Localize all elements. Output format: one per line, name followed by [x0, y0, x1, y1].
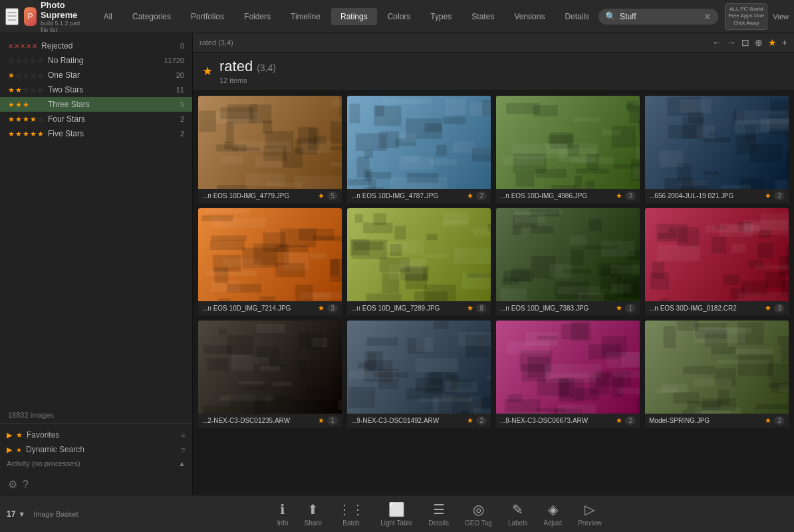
- sidebar-item-favorites[interactable]: ▶ ★ Favorites ≡: [0, 428, 192, 442]
- details-label: Details: [428, 519, 449, 527]
- filled-star-icon: ★: [23, 100, 29, 109]
- photo-star-icon: ★: [616, 192, 622, 200]
- photo-item[interactable]: ...n EOS 10D_IMG_7289.JPG★8: [347, 208, 491, 315]
- filled-star-icon: ★: [15, 86, 22, 94]
- rating-count: 11: [176, 86, 184, 94]
- nav-tab-all[interactable]: All: [94, 8, 122, 25]
- basket-info[interactable]: 17 ▼: [7, 509, 25, 519]
- bottom-tool-labels[interactable]: ✎Labels: [500, 501, 535, 527]
- dynamic-search-menu-icon[interactable]: ≡: [182, 446, 186, 454]
- search-box[interactable]: 🔍 ✕: [598, 9, 718, 25]
- photo-item[interactable]: ...n EOS 30D-IMG_0182.CR2★3: [645, 208, 789, 315]
- rated-header: ★ rated (3,4) 12 items: [193, 53, 794, 90]
- filter-button[interactable]: ⊡: [741, 37, 749, 48]
- star-filter-button[interactable]: ★: [768, 37, 777, 48]
- view-button[interactable]: View: [773, 13, 789, 21]
- bottom-tool-info[interactable]: ℹInfo: [269, 501, 297, 527]
- share-icon: ⬆: [307, 501, 319, 517]
- basket-label: Image Basket: [33, 510, 78, 518]
- filled-star-icon: ★: [8, 86, 15, 94]
- help-icon[interactable]: ?: [23, 479, 29, 491]
- bottom-tool-details[interactable]: ☰Details: [420, 501, 457, 527]
- rating-item-four-stars[interactable]: ★★★★☆Four Stars2: [0, 112, 192, 126]
- bottom-tool-light-table[interactable]: ⬜Light Table: [372, 501, 420, 527]
- photo-star-icon: ★: [616, 304, 622, 313]
- add-button[interactable]: +: [782, 37, 787, 48]
- photo-label: ...n EOS 10D-IMG_4787.JPG★2: [347, 189, 491, 203]
- photo-name: ...n EOS 30D-IMG_0182.CR2: [649, 305, 762, 312]
- rated-title-block: rated (3,4) 12 items: [219, 58, 276, 84]
- photo-thumbnail: [347, 208, 491, 301]
- favorites-menu-icon[interactable]: ≡: [182, 431, 186, 439]
- forward-button[interactable]: →: [727, 37, 736, 48]
- back-button[interactable]: ←: [712, 37, 722, 48]
- nav-tab-colors[interactable]: Colors: [378, 8, 420, 25]
- photo-rating-number: 2: [625, 416, 636, 425]
- nav-tab-states[interactable]: States: [462, 8, 503, 25]
- favorites-icon: ▶: [7, 431, 12, 440]
- photo-rating-number: 8: [476, 304, 487, 313]
- ad-banner: ALL PC World Free Apps One Click Away: [725, 3, 767, 30]
- nav-tab-versions[interactable]: Versions: [505, 8, 554, 25]
- photo-label: ...8-NEX-C3-DSC06673.ARW★2: [496, 414, 640, 428]
- basket-expand-icon[interactable]: ▼: [18, 510, 25, 518]
- photo-thumbnail: [198, 321, 342, 414]
- rating-item-one-star[interactable]: ★☆☆☆☆One Star20: [0, 68, 192, 82]
- photo-item[interactable]: ...9-NEX-C3-DSC01492.ARW★2: [347, 321, 491, 428]
- photo-rating-number: 1: [327, 416, 338, 425]
- empty-star-icon: ☆: [37, 57, 44, 65]
- nav-tab-timeline[interactable]: Timeline: [281, 8, 330, 25]
- rating-item-five-stars[interactable]: ★★★★★Five Stars2: [0, 126, 192, 141]
- sidebar-item-dynamic-search[interactable]: ▶ ★ Dynamic Search ≡: [0, 442, 192, 457]
- rating-item-three-stars[interactable]: ★★★☆☆Three Stars5: [0, 97, 192, 112]
- filled-star-icon: ★: [8, 71, 15, 80]
- bottom-tool-adjust[interactable]: ◈Adjust: [535, 501, 570, 527]
- photo-item[interactable]: ...n EOS 10D_IMG_7383.JPG★1: [496, 208, 640, 315]
- nav-tab-types[interactable]: Types: [421, 8, 461, 25]
- rating-item-rejected[interactable]: ✕✕✕✕✕Rejected0: [0, 39, 192, 53]
- ad-banner-text: ALL PC World Free Apps One Click Away: [726, 6, 767, 27]
- rating-count: 0: [180, 42, 184, 50]
- settings-icon[interactable]: ⚙: [8, 478, 17, 491]
- bottom-tool-share[interactable]: ⬆Share: [296, 501, 330, 527]
- bottom-tool-geo-tag[interactable]: ◎GEO Tag: [457, 501, 500, 527]
- photo-thumbnail: [645, 96, 789, 189]
- nav-tab-folders[interactable]: Folders: [235, 8, 280, 25]
- photo-item[interactable]: ...n EOS 10D-IMG_4779.JPG★5: [198, 96, 342, 203]
- hamburger-button[interactable]: ☰: [5, 8, 19, 25]
- rating-count: 5: [180, 100, 184, 108]
- dynamic-search-label: Dynamic Search: [26, 445, 178, 454]
- filled-star-icon: ★: [23, 130, 29, 138]
- bottom-tool-preview[interactable]: ▷Preview: [570, 501, 610, 527]
- nav-tab-details[interactable]: Details: [555, 8, 598, 25]
- photo-star-icon: ★: [318, 416, 325, 425]
- nav-tab-ratings[interactable]: Ratings: [331, 8, 377, 25]
- rated-params: (3,4): [257, 63, 276, 73]
- activity-expand-icon[interactable]: ▲: [178, 460, 186, 467]
- search-input[interactable]: [620, 12, 700, 21]
- nav-tab-categories[interactable]: Categories: [123, 8, 180, 25]
- photo-thumbnail: [645, 208, 789, 301]
- rating-item-two-stars[interactable]: ★★☆☆☆Two Stars11: [0, 82, 192, 97]
- photo-item[interactable]: ...2-NEX-C3-DSC01235.ARW★1: [198, 321, 342, 428]
- photo-name: ...n EOS 10D_IMG_7289.JPG: [351, 305, 464, 312]
- photo-item[interactable]: ...n EOS 10D-IMG_4986.JPG★3: [496, 96, 640, 203]
- photo-item[interactable]: Model-SPRING.JPG★2: [645, 321, 789, 428]
- rating-label: Four Stars: [48, 114, 176, 124]
- photo-item[interactable]: ...n EOS 10D-IMG_4787.JPG★2: [347, 96, 491, 203]
- photo-item[interactable]: ...656 2004-JUL-19 021.JPG★2: [645, 96, 789, 203]
- filled-star-icon: ★: [8, 115, 15, 124]
- photo-item[interactable]: ...8-NEX-C3-DSC06673.ARW★2: [496, 321, 640, 428]
- photo-item[interactable]: ...n EOS 10D_IMG_7214.JPG★3: [198, 208, 342, 315]
- favorites-label: Favorites: [27, 430, 178, 440]
- search-clear-icon[interactable]: ✕: [704, 11, 712, 22]
- photo-label: ...656 2004-JUL-19 021.JPG★2: [645, 189, 789, 203]
- rating-item-no-rating[interactable]: ☆☆☆☆☆No Rating11720: [0, 53, 192, 68]
- bottom-tool-batch[interactable]: ⋮⋮Batch: [330, 501, 372, 527]
- app-logo-icon: P: [24, 7, 37, 26]
- filled-star-icon: ★: [15, 115, 22, 124]
- empty-star-icon: ☆: [30, 86, 37, 94]
- nav-tab-portfolios[interactable]: Portfolios: [182, 8, 233, 25]
- photo-label: ...n EOS 10D_IMG_7383.JPG★1: [496, 301, 640, 315]
- stack-button[interactable]: ⊕: [755, 37, 763, 48]
